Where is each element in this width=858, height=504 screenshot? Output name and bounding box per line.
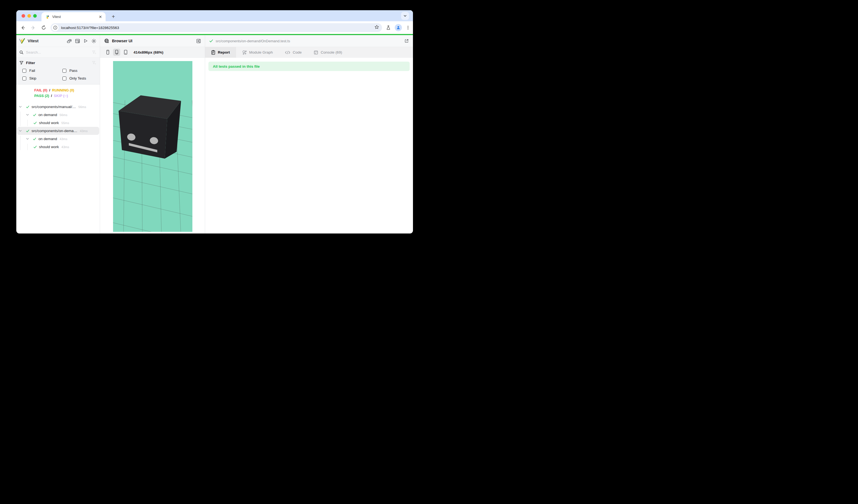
report-panel: src/components/on-demand/OnDemand.test.t… [205, 35, 413, 233]
theme-toggle-sun-icon[interactable] [92, 39, 96, 43]
tests-passed-banner: All tests passed in this file [208, 62, 410, 71]
tree-row-file[interactable]: src/components/manual/… 56ms [16, 103, 100, 111]
test-duration: 43ms [61, 145, 69, 149]
tree-row-test[interactable]: should work 43ms [16, 143, 100, 151]
maximize-window-button[interactable] [33, 14, 37, 18]
tree-row-test[interactable]: should work 55ms [16, 119, 100, 127]
app-title: Vitest [28, 39, 38, 43]
site-info-icon[interactable] [52, 24, 59, 31]
address-bar[interactable]: localhost:5173/#/?file=1828625563 [51, 23, 382, 32]
tree-row-suite[interactable]: on demand 43ms [16, 135, 100, 143]
test-viewport-iframe[interactable] [113, 61, 192, 232]
test-name: should work [39, 121, 59, 125]
checkbox[interactable] [62, 77, 66, 80]
tab-search-button[interactable] [401, 12, 409, 20]
threejs-cube-scene [113, 61, 192, 232]
pass-check-icon [26, 129, 30, 133]
checkbox[interactable] [22, 69, 26, 73]
test-duration: 56ms [79, 105, 86, 109]
summary-line-2: PASS (2) / SKIP (--) [34, 93, 100, 99]
viewport-dimensions-label: 414x896px (68%) [133, 50, 163, 54]
test-file-name: src/components/on-dema… [32, 129, 77, 133]
report-tabbar: Report Module Graph Code [205, 47, 413, 58]
pass-check-icon [33, 145, 37, 149]
checkbox[interactable] [62, 69, 66, 73]
checkbox[interactable] [22, 77, 26, 80]
pass-count: PASS (2) [34, 94, 49, 98]
device-phone-plus-button[interactable] [113, 49, 120, 56]
test-duration: 43ms [80, 129, 88, 133]
minimize-window-button[interactable] [27, 14, 31, 18]
sidebar: Vitest [16, 35, 100, 233]
tab-module-graph[interactable]: Module Graph [236, 47, 279, 58]
device-small-phone-button[interactable] [104, 49, 111, 56]
profile-avatar[interactable] [395, 24, 402, 31]
clear-search-filter-icon[interactable] [92, 50, 96, 54]
forward-button[interactable] [29, 23, 37, 32]
close-window-button[interactable] [21, 14, 25, 18]
test-tree: src/components/manual/… 56ms on demand 5… [16, 103, 100, 151]
search-icon [19, 50, 23, 54]
console-icon [314, 50, 318, 55]
chevron-down-icon[interactable] [18, 105, 22, 109]
filter-checkbox-only-tests[interactable]: Only Tests [60, 76, 96, 80]
bookmark-star-icon[interactable] [374, 25, 379, 31]
panel-right-toggle-icon[interactable] [196, 39, 201, 43]
search-input[interactable] [26, 50, 92, 54]
browser-tab[interactable]: Vitest ✕ [42, 12, 106, 21]
pass-check-icon [33, 121, 37, 125]
chevron-down-icon[interactable] [26, 113, 29, 117]
tab-strip: Vitest ✕ + [16, 10, 413, 21]
summary-line-1: FAIL (0) / RUNNING (0) [34, 87, 100, 93]
filter-checkbox-pass[interactable]: Pass [60, 68, 96, 73]
sidebar-header: Vitest [16, 35, 100, 47]
test-duration: 55ms [61, 121, 69, 125]
search-bar [16, 47, 100, 58]
device-tablet-button[interactable] [122, 49, 129, 56]
browser-ui-panel: Browser UI 414x896px (68%) [100, 35, 205, 233]
tab-report[interactable]: Report [205, 47, 236, 58]
back-button[interactable] [18, 23, 27, 32]
tab-close-icon[interactable]: ✕ [98, 14, 103, 19]
globe-icon [104, 38, 109, 43]
pass-check-icon [26, 105, 30, 109]
test-summary: FAIL (0) / RUNNING (0) PASS (2) / SKIP (… [16, 84, 100, 101]
run-all-play-icon[interactable] [83, 39, 88, 43]
running-count: RUNNING (0) [52, 88, 74, 92]
browser-ui-title: Browser UI [112, 39, 132, 43]
tab-console[interactable]: Console (69) [308, 47, 348, 58]
viewport-toolbar: 414x896px (68%) [100, 47, 205, 58]
browser-ui-header: Browser UI [100, 35, 205, 47]
experiments-flask-icon[interactable] [386, 25, 391, 30]
reload-button[interactable] [39, 23, 48, 32]
url-text: localhost:5173/#/?file=1828625563 [61, 26, 374, 30]
report-clipboard-icon [211, 50, 215, 55]
filter-panel: Filter Fail Pass Skip Only Tests [16, 58, 100, 84]
chevron-down-icon[interactable] [18, 129, 22, 133]
tree-row-suite[interactable]: on demand 56ms [16, 111, 100, 119]
new-tab-button[interactable]: + [109, 13, 117, 20]
clear-filters-icon[interactable] [92, 61, 96, 65]
chevron-down-icon[interactable] [26, 137, 29, 141]
filter-title: Filter [26, 61, 92, 65]
window-controls [21, 14, 37, 18]
tree-row-file-selected[interactable]: src/components/on-dema… 43ms [17, 127, 99, 135]
tab-title: Vitest [52, 15, 98, 19]
dashboard-icon[interactable] [75, 39, 80, 43]
file-header: src/components/on-demand/OnDemand.test.t… [205, 35, 413, 47]
browser-menu-kebab-icon[interactable] [406, 26, 410, 30]
fail-count: FAIL (0) [34, 88, 47, 92]
pass-check-icon [33, 113, 36, 117]
robot-cube [118, 95, 181, 159]
test-name: should work [39, 145, 59, 149]
open-external-icon[interactable] [404, 39, 409, 43]
filter-checkbox-fail[interactable]: Fail [19, 68, 60, 73]
file-path: src/components/on-demand/OnDemand.test.t… [216, 39, 290, 43]
test-duration: 43ms [60, 137, 67, 141]
filter-funnel-icon [19, 61, 23, 65]
collapse-windows-icon[interactable] [67, 39, 72, 43]
tests-passed-text: All tests passed in this file [213, 64, 260, 68]
skip-count: SKIP (--) [54, 94, 68, 98]
tab-code[interactable]: Code [279, 47, 308, 58]
filter-checkbox-skip[interactable]: Skip [19, 76, 60, 80]
